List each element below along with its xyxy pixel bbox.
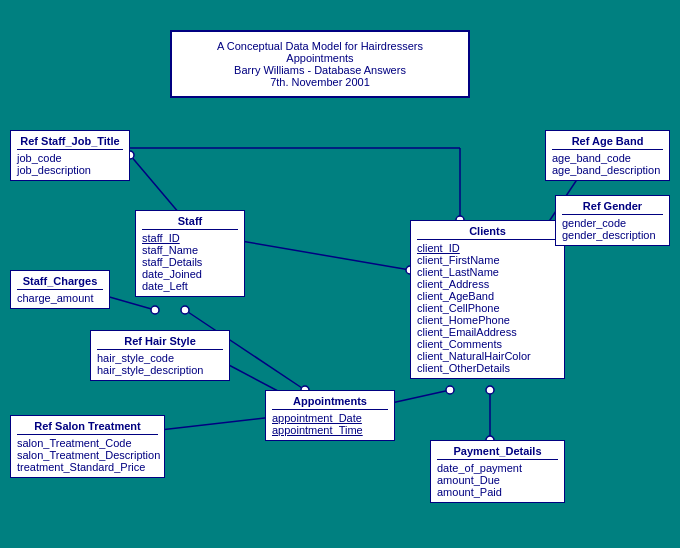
entity-staff: Staff staff_ID staff_Name staff_Details … [135,210,245,297]
field-hair-style-code: hair_style_code [97,352,223,364]
entity-name-appointments: Appointments [272,395,388,410]
field-hair-style-description: hair_style_description [97,364,223,376]
field-staff-id: staff_ID [142,232,238,244]
field-charge-amount: charge_amount [17,292,103,304]
field-gender-description: gender_description [562,229,663,241]
field-date-left: date_Left [142,280,238,292]
field-amount-paid: amount_Paid [437,486,558,498]
field-client-lastname: client_LastName [417,266,558,278]
field-client-ageband: client_AgeBand [417,290,558,302]
field-client-homephone: client_HomePhone [417,314,558,326]
field-age-band-code: age_band_code [552,152,663,164]
entity-name-staff: Staff [142,215,238,230]
entity-name-ref-gender: Ref Gender [562,200,663,215]
title-line1: A Conceptual Data Model for Hairdressers… [184,40,456,64]
field-staff-details: staff_Details [142,256,238,268]
svg-line-6 [235,240,410,270]
field-client-address: client_Address [417,278,558,290]
field-salon-treatment-code: salon_Treatment_Code [17,437,158,449]
field-appointment-time: appointment_Time [272,424,388,436]
field-age-band-description: age_band_description [552,164,663,176]
entity-name-ref-salon-treatment: Ref Salon Treatment [17,420,158,435]
entity-ref-age-band: Ref Age Band age_band_code age_band_desc… [545,130,670,181]
entity-ref-staff-job-title: Ref Staff_Job_Title job_code job_descrip… [10,130,130,181]
entity-name-ref-age-band: Ref Age Band [552,135,663,150]
field-client-emailaddress: client_EmailAddress [417,326,558,338]
title-line3: 7th. November 2001 [184,76,456,88]
field-client-comments: client_Comments [417,338,558,350]
diagram-container: A Conceptual Data Model for Hairdressers… [0,0,680,548]
field-amount-due: amount_Due [437,474,558,486]
svg-point-19 [446,386,454,394]
entity-name-ref-staff-job-title: Ref Staff_Job_Title [17,135,123,150]
entity-name-clients: Clients [417,225,558,240]
entity-name-ref-hair-style: Ref Hair Style [97,335,223,350]
field-client-id: client_ID [417,242,558,254]
entity-name-staff-charges: Staff_Charges [17,275,103,290]
svg-point-5 [151,306,159,314]
field-client-otherdetails: client_OtherDetails [417,362,558,374]
field-treatment-standard-price: treatment_Standard_Price [17,461,158,473]
field-client-naturalhaircolor: client_NaturalHairColor [417,350,558,362]
field-job-description: job_description [17,164,123,176]
field-salon-treatment-description: salon_Treatment_Description [17,449,158,461]
field-job-code: job_code [17,152,123,164]
title-line2: Barry Williams - Database Answers [184,64,456,76]
field-client-firstname: client_FirstName [417,254,558,266]
field-staff-name: staff_Name [142,244,238,256]
entity-ref-salon-treatment: Ref Salon Treatment salon_Treatment_Code… [10,415,165,478]
entity-clients: Clients client_ID client_FirstName clien… [410,220,565,379]
title-box: A Conceptual Data Model for Hairdressers… [170,30,470,98]
entity-ref-hair-style: Ref Hair Style hair_style_code hair_styl… [90,330,230,381]
svg-point-10 [181,306,189,314]
field-gender-code: gender_code [562,217,663,229]
entity-staff-charges: Staff_Charges charge_amount [10,270,110,309]
field-date-of-payment: date_of_payment [437,462,558,474]
svg-point-22 [486,386,494,394]
entity-ref-gender: Ref Gender gender_code gender_descriptio… [555,195,670,246]
entity-payment-details: Payment_Details date_of_payment amount_D… [430,440,565,503]
entity-name-payment-details: Payment_Details [437,445,558,460]
entity-appointments: Appointments appointment_Date appointmen… [265,390,395,441]
field-appointment-date: appointment_Date [272,412,388,424]
field-client-cellphone: client_CellPhone [417,302,558,314]
field-date-joined: date_Joined [142,268,238,280]
